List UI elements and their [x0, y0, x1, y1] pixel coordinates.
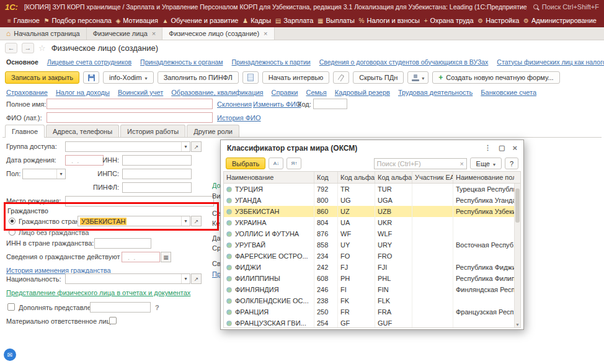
supplement-checkbox[interactable]	[7, 303, 15, 311]
sort-asc-button[interactable]: А↓	[269, 158, 283, 169]
fio-history-link[interactable]: История ФИО	[217, 113, 261, 123]
menu-item[interactable]: ⚑ Подбор персонала	[43, 17, 113, 24]
menu-item[interactable]: % Налоги и взносы	[358, 17, 421, 24]
quick-link[interactable]: Кадровый резерв	[335, 89, 390, 96]
window-tab[interactable]: ⌂ Начальная страница	[0, 27, 87, 40]
citizenship-open-button[interactable]	[191, 216, 202, 226]
menu-item[interactable]: ▲ Обучение и развитие	[161, 17, 240, 24]
section-link[interactable]: Принадлежность к органам	[140, 58, 223, 66]
sort-desc-button[interactable]: Я↑	[286, 158, 301, 169]
save-button[interactable]	[83, 71, 99, 84]
chevron-down-icon[interactable]	[181, 142, 190, 151]
menu-item[interactable]: ⚙ Администрирование	[522, 17, 598, 24]
table-row[interactable]: УКРАИНА 804 UA UKR	[224, 217, 520, 228]
quick-link[interactable]: Справки	[272, 89, 298, 96]
change-fio-link[interactable]: Изменить ФИО	[253, 99, 301, 110]
table-row[interactable]: ФИДЖИ 242 FJ FJI Республика Фиджи	[224, 262, 520, 273]
form-tab[interactable]: История работы	[120, 125, 185, 137]
column-header-code[interactable]: Код	[314, 172, 338, 183]
clear-search-icon[interactable]	[458, 160, 466, 167]
access-group-open-button[interactable]	[191, 141, 202, 152]
supplement-input[interactable]	[90, 302, 151, 313]
menu-item[interactable]: ▦ Выплаты	[316, 17, 356, 24]
create-print-form-button[interactable]: + Создать новую печатную форму...	[432, 71, 559, 84]
start-interview-button[interactable]: Начать интервью	[262, 71, 329, 84]
attachments-button[interactable]	[333, 71, 349, 84]
declension-link[interactable]: Склонения	[217, 99, 252, 110]
scrollbar-thumb[interactable]	[515, 189, 520, 223]
column-header-alpha3[interactable]: Код альфа 3	[375, 172, 412, 183]
column-header-fullname[interactable]: Наименование пол...	[453, 172, 514, 183]
chevron-down-icon[interactable]	[181, 274, 190, 283]
print-forms-button[interactable]	[407, 71, 429, 84]
form-tab[interactable]: Главное	[5, 125, 45, 138]
support-chat-icon[interactable]: ✉	[4, 348, 16, 361]
global-search[interactable]: Поиск Ctrl+Shift+F	[533, 3, 599, 11]
tab-close-icon[interactable]: ×	[264, 30, 267, 37]
scrollbar[interactable]	[514, 184, 520, 327]
back-button[interactable]	[5, 43, 17, 53]
inps-input[interactable]	[122, 169, 192, 179]
nationality-open-button[interactable]	[191, 273, 202, 284]
help-question-icon[interactable]: ?	[155, 303, 159, 313]
table-row[interactable]: УГАНДА 800 UG UGA Республика Уганда	[224, 195, 520, 206]
menu-item[interactable]: ♟ Кадры	[241, 17, 272, 24]
stateless-radio[interactable]	[9, 229, 16, 236]
full-name-input[interactable]	[47, 99, 213, 109]
code-input[interactable]	[313, 99, 347, 109]
scroll-down-icon[interactable]	[515, 322, 520, 327]
column-header-alpha2[interactable]: Код альфа 2	[338, 172, 375, 183]
birth-place-input[interactable]	[65, 196, 214, 206]
interview-form-button[interactable]	[242, 71, 259, 84]
citizenship-country-radio[interactable]	[9, 218, 16, 224]
more-button[interactable]: Еще	[470, 158, 502, 169]
dialog-help-button[interactable]: ?	[505, 158, 518, 169]
window-menu-icon[interactable]	[484, 144, 491, 152]
window-tab[interactable]: Физические лица ×	[87, 27, 163, 40]
quick-link[interactable]: Семья	[306, 89, 327, 96]
chevron-down-icon[interactable]	[181, 216, 190, 226]
table-row[interactable]: ТУРЦИЯ 792 TR TUR Турецкая Республика	[224, 184, 520, 195]
inn-input[interactable]	[122, 155, 192, 166]
column-header-eaes[interactable]: Участник ЕАЭС	[412, 172, 453, 183]
quick-link[interactable]: Образование, квалификация	[171, 89, 263, 96]
quick-link[interactable]: Банковские счета	[481, 89, 536, 96]
dialog-search-input[interactable]	[375, 160, 458, 167]
quick-link[interactable]: Воинский учет	[118, 89, 163, 96]
select-button[interactable]: Выбрать	[226, 158, 265, 169]
section-link[interactable]: Лицевые счета сотрудников	[47, 58, 131, 66]
section-link[interactable]: Основное	[6, 58, 38, 66]
table-row[interactable]: УЗБЕКИСТАН 860 UZ UZB Республика Узбеки.…	[224, 206, 520, 217]
access-group-combo[interactable]	[65, 141, 190, 152]
nationality-combo[interactable]	[65, 273, 190, 284]
form-tab[interactable]: Адреса, телефоны	[46, 125, 119, 137]
quick-link[interactable]: Трудовая деятельность	[398, 89, 473, 96]
hide-pdn-button[interactable]: Скрыть ПДн	[353, 71, 404, 84]
materially-responsible-checkbox[interactable]	[109, 317, 117, 324]
info-xodim-combo[interactable]: info-Xodim	[103, 71, 154, 84]
close-icon[interactable]	[512, 143, 517, 153]
table-row[interactable]: УРУГВАЙ 858 UY URY Восточная Респуб...	[224, 239, 520, 251]
favorite-star-icon[interactable]	[38, 43, 46, 53]
menu-item[interactable]: ⚙ Настройка	[476, 17, 520, 24]
fill-by-pinfl-button[interactable]: Заполнить по ПИНФЛ	[158, 71, 239, 84]
tab-close-icon[interactable]: ×	[152, 30, 156, 37]
table-row[interactable]: УОЛЛИС И ФУТУНА 876 WF WLF	[224, 228, 520, 239]
maximize-icon[interactable]	[499, 144, 505, 152]
menu-item[interactable]: ▤ Зарплата	[274, 17, 315, 24]
table-row[interactable]: ФОЛКЛЕНДСКИЕ ОС... 238 FK FLK	[224, 295, 520, 306]
chevron-down-icon[interactable]	[56, 169, 65, 179]
fio-lat-input[interactable]	[47, 112, 213, 123]
representation-link[interactable]: Представление физического лица в отчетах…	[6, 288, 190, 298]
table-row[interactable]: ФИЛИППИНЫ 608 PH PHL Республика Филип...	[224, 273, 520, 284]
pinfl-input[interactable]	[122, 182, 192, 193]
forward-button[interactable]	[22, 43, 34, 53]
window-tab[interactable]: Физическое лицо (создание) ×	[162, 27, 274, 40]
section-link[interactable]: Статусы физических лиц как налогоплатель…	[497, 58, 604, 66]
inn-country-input[interactable]	[94, 238, 151, 249]
gender-combo[interactable]	[22, 169, 66, 179]
menu-item[interactable]: + Охрана труда	[423, 17, 475, 24]
menu-item[interactable]: ≡ Главное	[6, 17, 41, 24]
table-row[interactable]: ФИНЛЯНДИЯ 246 FI FIN Финляндская Респ...	[224, 284, 520, 295]
table-row[interactable]: ФРАНЦУЗСКАЯ ГВИ... 254 GF GUF	[224, 317, 520, 327]
